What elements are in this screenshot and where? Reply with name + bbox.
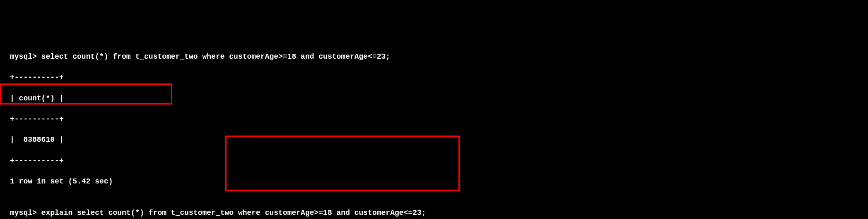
mysql-query-2: mysql> explain select count(*) from t_cu… xyxy=(10,208,858,218)
result-summary-1: 1 row in set (5.42 sec) xyxy=(10,176,858,187)
table-row-count-value: | 8388610 | xyxy=(10,135,858,145)
table-border: +----------+ xyxy=(10,72,858,83)
table-border: +----------+ xyxy=(10,114,858,124)
table-border: +----------+ xyxy=(10,156,858,166)
mysql-query-1: mysql> select count(*) from t_customer_t… xyxy=(10,52,858,62)
table-header-count: | count(*) | xyxy=(10,93,858,104)
